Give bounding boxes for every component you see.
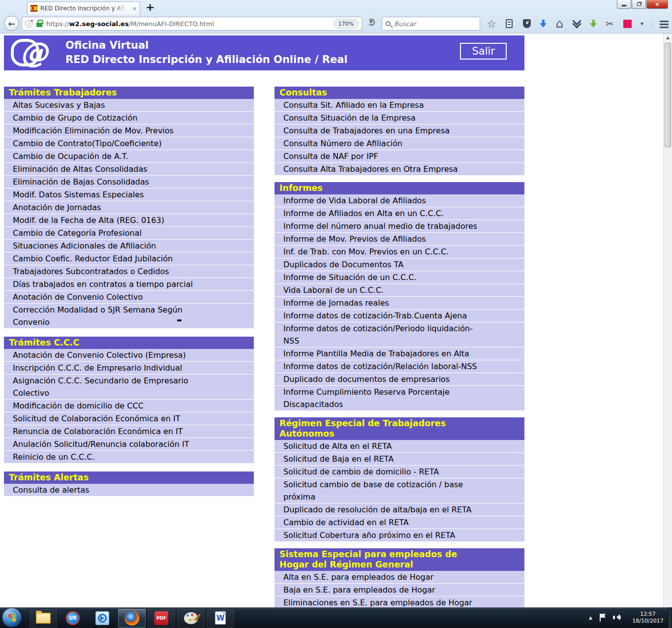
menu-link[interactable]: Cambio de Categoría Profesional — [4, 227, 254, 240]
vertical-scrollbar[interactable]: ▲ — [663, 33, 672, 607]
star-icon[interactable] — [486, 18, 497, 30]
menu-link[interactable]: Solicitud cambio de base de cotización /… — [275, 478, 524, 503]
menu-link[interactable]: Informe de Jornadas reales — [275, 297, 524, 310]
menu-link[interactable]: Solicitud de Colaboración Económica en I… — [4, 412, 254, 425]
menu-link[interactable]: Cambio de actividad en el RETA — [275, 516, 524, 529]
menu-link[interactable]: Informe de Afiliados en Alta en un C.C.C… — [275, 207, 524, 220]
scrollbar-thumb[interactable] — [665, 43, 671, 147]
menu-link[interactable]: Modif. Datos Sistemas Especiales — [4, 188, 254, 201]
menu-link[interactable]: Reinicio de un C.C.C. — [4, 451, 254, 463]
menu-link[interactable]: Inscripción C.C.C. de Empresario Individ… — [4, 362, 254, 375]
menu-link[interactable]: Solicitud de Baja en el RETA — [275, 453, 524, 466]
menu-link[interactable]: Solicitud Cobertura año próximo en el RE… — [275, 529, 524, 541]
menu-link[interactable]: Consulta Número de Afiliación — [275, 137, 524, 150]
menu-link[interactable]: Eliminación de Bajas Consolidadas — [4, 176, 254, 188]
taskbar-app-explorer[interactable] — [29, 608, 58, 628]
menu-link[interactable]: Duplicados de Documentos TA — [275, 258, 524, 271]
menu-link[interactable]: Asignación C.C.C. Secundario de Empresar… — [4, 375, 254, 400]
close-button[interactable]: × — [646, 0, 668, 9]
menu-link[interactable]: Consulta de NAF por IPF — [275, 150, 524, 163]
scissors-icon[interactable] — [604, 18, 615, 30]
menu-link[interactable]: Anulación Solicitud/Renuncia colaboració… — [4, 438, 254, 451]
menu-link[interactable]: Informe de Mov. Previos de Afiliados — [275, 233, 524, 246]
menu-link[interactable]: Cambio de Grupo de Cotización — [4, 112, 254, 125]
menu-link[interactable]: Informe de Vida Laboral de Afiliados — [275, 194, 524, 207]
tab-close-icon[interactable]: × — [132, 6, 137, 11]
search-box[interactable] — [382, 17, 480, 31]
search-input[interactable] — [394, 20, 468, 28]
menu-link[interactable]: Informe de Situación de un C.C.C. — [275, 271, 524, 284]
menu-icon[interactable] — [659, 18, 670, 30]
menu-link[interactable]: Renuncia de Colaboración Económica en IT — [4, 425, 254, 438]
menu-link[interactable]: Consulta Sit. Afiliado en la Empresa — [275, 99, 524, 112]
site-info-icon[interactable]: i — [25, 20, 32, 28]
action-center-flag-icon[interactable] — [599, 613, 606, 622]
menu-link[interactable]: Informe datos de cotización/Relación lab… — [275, 360, 524, 373]
url-bar[interactable]: i https://w2.seg-social.es/M/menuAFI-DIR… — [22, 17, 362, 31]
menu-link[interactable]: Corrección Modalidad o 5JR Semana Según … — [4, 304, 254, 328]
zoom-level-badge[interactable]: 170% — [334, 19, 359, 29]
menu-link[interactable]: Consulta Alta Trabajadores en Otra Empre… — [275, 163, 524, 175]
menu-link[interactable]: Situaciones Adicionales de Afiliación — [4, 240, 254, 252]
menu-link[interactable]: Anotación de Jornadas — [4, 201, 254, 214]
menu-link[interactable]: Días trabajados en contratos a tiempo pa… — [4, 278, 254, 291]
restore-button[interactable] — [632, 0, 646, 9]
menu-link[interactable]: Anotación de Convenio Colectivo (Empresa… — [4, 349, 254, 362]
menu-link[interactable]: Solicitud de cambio de domicilio - RETA — [275, 466, 524, 478]
menu-link[interactable]: Modificación de domicilio de CCC — [4, 400, 254, 412]
menu-link[interactable]: Duplicado de resolución de alta/baja en … — [275, 503, 524, 516]
taskbar-app-pdf[interactable]: PDF — [147, 608, 176, 628]
green-arrow-icon[interactable] — [589, 19, 597, 28]
show-desktop-button[interactable] — [668, 607, 672, 628]
download-arrow-icon[interactable] — [539, 19, 547, 28]
menu-link[interactable]: Informe Cumplimiento Reserva Porcentaje … — [275, 386, 524, 410]
home-icon[interactable] — [554, 18, 565, 30]
volume-icon[interactable] — [613, 613, 622, 622]
menu-link[interactable]: Consulta de Trabajadores en una Empresa — [275, 125, 524, 137]
menu-link[interactable]: Informe del número anual medio de trabaj… — [275, 220, 524, 233]
menu-link[interactable]: Modificación Eliminación de Mov. Previos — [4, 125, 254, 137]
taskbar-app-firefox[interactable] — [118, 608, 146, 628]
salir-button[interactable]: Salir — [460, 43, 507, 60]
menu-link[interactable]: Consulta de alertas — [4, 484, 254, 496]
menu-link[interactable]: Informe Plantilla Media de Trabajadores … — [275, 347, 524, 360]
layers-icon[interactable] — [572, 18, 582, 30]
new-tab-button[interactable]: + — [146, 2, 154, 13]
taskbar-app-media-player[interactable] — [88, 608, 117, 628]
menu-link[interactable]: Alta en S.E. para empleados de Hogar — [275, 571, 524, 584]
toolbar-icon-strip — [486, 16, 670, 31]
section-reta: Régimen Especial de TrabajadoresAutónomo… — [275, 417, 524, 541]
menu-link[interactable]: Cambio de Ocupación de A.T. — [4, 150, 254, 163]
menu-link[interactable]: Cambio de Contrato(Tipo/Coeficiente) — [4, 137, 254, 150]
menu-link[interactable]: Trabajadores Subcontratados o Cedidos — [4, 265, 254, 278]
taskbar-app-ur-browser[interactable]: UR — [59, 608, 87, 628]
taskbar-app-paint[interactable] — [177, 608, 205, 628]
menu-link[interactable]: Altas Sucesivas y Bajas — [4, 99, 254, 112]
hidden-icons-arrow[interactable]: ▲ — [589, 615, 592, 620]
back-button[interactable]: ← — [4, 16, 19, 31]
menu-link[interactable]: Vida Laboral de un C.C.C. — [275, 284, 524, 297]
taskbar-clock[interactable]: 12:57 18/10/2017 — [629, 611, 667, 625]
minimize-button[interactable] — [617, 0, 631, 9]
menu-link[interactable]: Informe datos de cotización-Trab.Cuenta … — [275, 310, 524, 322]
menu-link[interactable]: Baja en S.E. para empleados de Hogar — [275, 584, 524, 597]
menu-link[interactable]: Inf. de Trab. con Mov. Previos en un C.C… — [275, 246, 524, 258]
shield-icon[interactable] — [521, 18, 532, 30]
menu-link[interactable]: Duplicado de documentos de empresarios — [275, 373, 524, 386]
start-button[interactable] — [2, 608, 21, 627]
caret-icon[interactable] — [640, 18, 644, 30]
reload-button[interactable] — [368, 19, 377, 28]
clipboard-icon[interactable] — [504, 18, 515, 30]
menu-link[interactable]: Consulta Situación de la Empresa — [275, 112, 524, 125]
taskbar-app-word[interactable]: W — [206, 608, 235, 628]
scroll-up-arrow[interactable]: ▲ — [664, 33, 672, 42]
menu-link[interactable]: Cambio Coefic. Reductor Edad Jubilación — [4, 252, 254, 265]
menu-link[interactable]: Anotación de Convenio Colectivo — [4, 291, 254, 304]
menu-link[interactable]: Informe datos de cotización/Periodo liqu… — [275, 322, 524, 347]
browser-tab[interactable]: RED Directo Inscripción y Afil × — [27, 1, 140, 15]
menu-link[interactable]: Eliminaciones en S.E. para empleados de … — [275, 597, 524, 607]
menu-link[interactable]: Modif. de la Fecha de Alta (REG. 0163) — [4, 214, 254, 227]
menu-link[interactable]: Eliminación de Altas Consolidadas — [4, 163, 254, 176]
menu-link[interactable]: Solicitud de Alta en el RETA — [275, 440, 524, 453]
s-badge-icon[interactable] — [622, 18, 633, 30]
